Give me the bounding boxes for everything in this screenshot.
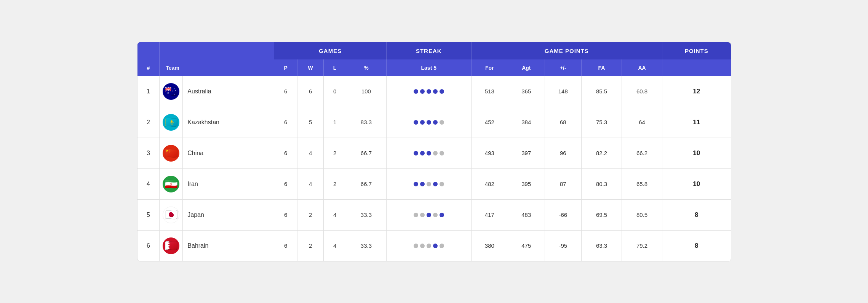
percentage-cell: 33.3 (346, 230, 386, 261)
percentage-cell: 83.3 (346, 107, 386, 138)
flag-cell: 🇧🇭 (160, 230, 183, 261)
points-for-cell: 380 (471, 230, 508, 261)
col-p: P (274, 59, 297, 76)
win-dot (420, 120, 425, 125)
china-flag-icon: 🇨🇳 (163, 145, 179, 162)
points-against-cell: 365 (508, 76, 545, 107)
flag-cell: 🇯🇵 (160, 199, 183, 230)
points-for-cell: 417 (471, 199, 508, 230)
col-pct: % (346, 59, 386, 76)
games-played-cell: 6 (274, 76, 297, 107)
team-name-cell: China (183, 138, 274, 168)
col-agt: Agt (508, 59, 545, 76)
col-l: L (324, 59, 346, 76)
losses-cell: 1 (324, 107, 346, 138)
diff-cell: -66 (545, 199, 581, 230)
percentage-cell: 100 (346, 76, 386, 107)
col-fa: FA (582, 59, 622, 76)
table-row: 5🇯🇵Japan62433.3417483-6669.580.58 (137, 199, 731, 230)
win-dot (427, 151, 431, 156)
games-played-cell: 6 (274, 230, 297, 261)
losses-cell: 2 (324, 168, 346, 199)
table-row: 1🇦🇺Australia66010051336514885.560.812 (137, 76, 731, 107)
win-dot (427, 120, 431, 125)
points-group-header: POINTS (662, 42, 731, 59)
team-name-cell: Japan (183, 199, 274, 230)
loss-dot (440, 244, 444, 248)
aa-cell: 60.8 (622, 76, 662, 107)
flag-cell: 🇰🇿 (160, 107, 183, 138)
col-diff: +/- (545, 59, 581, 76)
empty-col-2 (160, 42, 274, 59)
table-row: 2🇰🇿Kazakhstan65183.34523846875.36411 (137, 107, 731, 138)
win-dot (427, 89, 431, 94)
points-cell: 8 (662, 230, 731, 261)
diff-cell: -95 (545, 230, 581, 261)
streak-cell (386, 76, 471, 107)
streak-cell (386, 168, 471, 199)
win-dot (440, 89, 444, 94)
rank-cell: 2 (137, 107, 160, 138)
wins-cell: 6 (297, 76, 323, 107)
diff-cell: 96 (545, 138, 581, 168)
win-dot (414, 151, 418, 156)
bahrain-flag-icon: 🇧🇭 (163, 237, 179, 254)
win-dot (420, 151, 425, 156)
flag-cell: 🇦🇺 (160, 76, 183, 107)
group-header-row: GAMES STREAK GAME POINTS POINTS (137, 42, 731, 59)
rank-cell: 5 (137, 199, 160, 230)
fa-cell: 82.2 (582, 138, 622, 168)
win-dot (433, 120, 438, 125)
table-row: 3🇨🇳China64266.74933979682.266.210 (137, 138, 731, 168)
aa-cell: 64 (622, 107, 662, 138)
losses-cell: 4 (324, 230, 346, 261)
wins-cell: 2 (297, 230, 323, 261)
loss-dot (414, 244, 418, 248)
team-name-cell: Australia (183, 76, 274, 107)
points-cell: 11 (662, 107, 731, 138)
games-played-cell: 6 (274, 199, 297, 230)
win-dot (433, 182, 438, 186)
col-team: Team (160, 59, 274, 76)
fa-cell: 75.3 (582, 107, 622, 138)
col-points-empty (662, 59, 731, 76)
rank-cell: 1 (137, 76, 160, 107)
wins-cell: 4 (297, 168, 323, 199)
streak-cell (386, 138, 471, 168)
table-row: 4🇮🇷Iran64266.74823958780.365.810 (137, 168, 731, 199)
loss-dot (427, 182, 431, 186)
points-against-cell: 483 (508, 199, 545, 230)
points-against-cell: 475 (508, 230, 545, 261)
team-name-cell: Bahrain (183, 230, 274, 261)
percentage-cell: 33.3 (346, 199, 386, 230)
points-for-cell: 513 (471, 76, 508, 107)
col-aa: AA (622, 59, 662, 76)
percentage-cell: 66.7 (346, 168, 386, 199)
win-dot (420, 89, 425, 94)
win-dot (414, 89, 418, 94)
points-against-cell: 395 (508, 168, 545, 199)
col-w: W (297, 59, 323, 76)
aa-cell: 79.2 (622, 230, 662, 261)
win-dot (440, 213, 444, 217)
fa-cell: 85.5 (582, 76, 622, 107)
points-cell: 8 (662, 199, 731, 230)
loss-dot (440, 182, 444, 186)
streak-cell (386, 199, 471, 230)
aa-cell: 80.5 (622, 199, 662, 230)
win-dot (433, 89, 438, 94)
streak-cell (386, 230, 471, 261)
loss-dot (440, 120, 444, 125)
diff-cell: 87 (545, 168, 581, 199)
wins-cell: 5 (297, 107, 323, 138)
fa-cell: 63.3 (582, 230, 622, 261)
diff-cell: 148 (545, 76, 581, 107)
col-for: For (471, 59, 508, 76)
flag-cell: 🇨🇳 (160, 138, 183, 168)
fa-cell: 69.5 (582, 199, 622, 230)
points-cell: 10 (662, 138, 731, 168)
points-cell: 10 (662, 168, 731, 199)
col-rank: # (137, 59, 160, 76)
standings-table: GAMES STREAK GAME POINTS POINTS # Team P… (137, 42, 731, 261)
points-for-cell: 493 (471, 138, 508, 168)
